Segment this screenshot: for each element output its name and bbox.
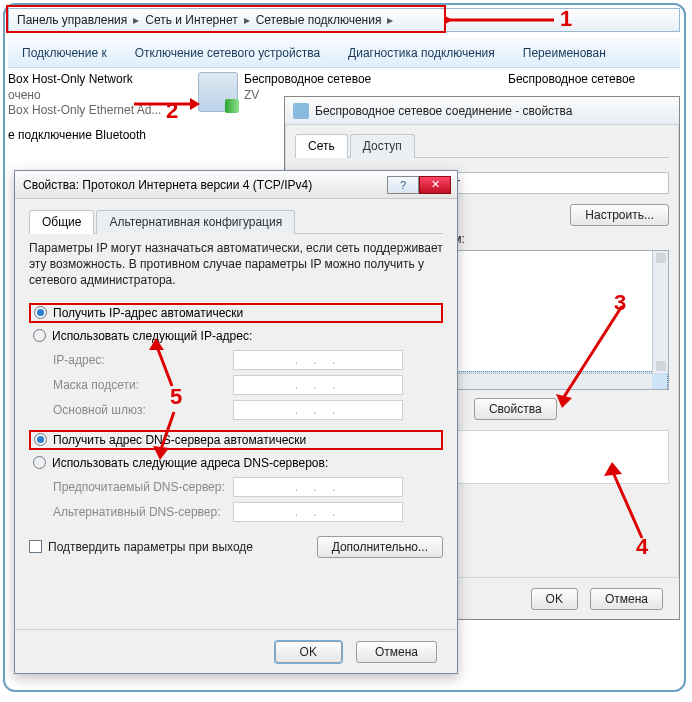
network-item-bluetooth[interactable]: е подключение Bluetooth: [8, 128, 146, 144]
info-text: Параметры IP могут назначаться автоматич…: [29, 240, 443, 289]
dialog-title: Свойства: Протокол Интернета версии 4 (T…: [23, 178, 312, 192]
radio-label: Использовать следующие адреса DNS-сервер…: [52, 456, 328, 470]
toolbar-item[interactable]: Переименован: [509, 46, 620, 60]
ipv4-properties-dialog: Свойства: Протокол Интернета версии 4 (T…: [14, 170, 458, 674]
ok-button[interactable]: OK: [531, 588, 578, 610]
network-name: Беспроводное сетевое: [244, 72, 371, 88]
breadcrumb-item[interactable]: Сеть и Интернет: [141, 13, 241, 27]
radio-icon: [33, 456, 46, 469]
alternate-dns-field: . . .: [233, 502, 403, 522]
tab-strip: Сеть Доступ: [295, 133, 669, 158]
network-item[interactable]: Беспроводное сетевое: [508, 72, 635, 88]
toolbar: Подключение к Отключение сетевого устрой…: [8, 38, 680, 68]
close-button[interactable]: ✕: [419, 176, 451, 194]
breadcrumb-item[interactable]: Панель управления: [13, 13, 131, 27]
tab-access[interactable]: Доступ: [350, 134, 415, 158]
gateway-field: . . .: [233, 400, 403, 420]
radio-label: Получить адрес DNS-сервера автоматически: [53, 433, 306, 447]
chevron-right-icon: ▸: [131, 13, 141, 27]
dialog-titlebar[interactable]: Свойства: Протокол Интернета версии 4 (T…: [15, 171, 457, 199]
radio-label: Получить IP-адрес автоматически: [53, 306, 243, 320]
network-icon: [293, 103, 309, 119]
network-name: Беспроводное сетевое: [508, 72, 635, 88]
breadcrumb-bar: Панель управления ▸ Сеть и Интернет ▸ Се…: [8, 8, 680, 32]
gateway-label: Основной шлюз:: [53, 403, 233, 417]
cancel-button[interactable]: Отмена: [590, 588, 663, 610]
preferred-dns-label: Предпочитаемый DNS-сервер:: [53, 480, 233, 494]
network-adapter: Box Host-Only Ethernet Ad...: [8, 103, 161, 119]
alternate-dns-label: Альтернативный DNS-сервер:: [53, 505, 233, 519]
configure-button[interactable]: Настроить...: [570, 204, 669, 226]
subnet-mask-field: . . .: [233, 375, 403, 395]
radio-manual-dns[interactable]: Использовать следующие адреса DNS-сервер…: [29, 454, 443, 472]
radio-manual-ip[interactable]: Использовать следующий IP-адрес:: [29, 327, 443, 345]
toolbar-item[interactable]: Диагностика подключения: [334, 46, 509, 60]
annotation-number-2: 2: [166, 98, 178, 124]
annotation-number-4: 4: [636, 534, 648, 560]
scrollbar-vertical[interactable]: [652, 251, 668, 373]
tab-alt-config[interactable]: Альтернативная конфигурация: [96, 210, 295, 234]
network-icon: [198, 72, 238, 112]
radio-icon: [33, 329, 46, 342]
cancel-button[interactable]: Отмена: [356, 641, 437, 663]
validate-label: Подтвердить параметры при выходе: [48, 540, 253, 554]
radio-auto-ip[interactable]: Получить IP-адрес автоматически: [29, 303, 443, 323]
subnet-mask-label: Маска подсети:: [53, 378, 233, 392]
properties-button[interactable]: Свойства: [474, 398, 557, 420]
tab-network[interactable]: Сеть: [295, 134, 348, 158]
chevron-right-icon: ▸: [242, 13, 252, 27]
advanced-button[interactable]: Дополнительно...: [317, 536, 443, 558]
annotation-number-3: 3: [614, 290, 626, 316]
annotation-number-1: 1: [560, 6, 572, 32]
radio-icon: [34, 306, 47, 319]
network-name: Box Host-Only Network: [8, 72, 161, 88]
toolbar-item[interactable]: Подключение к: [8, 46, 121, 60]
network-status: очено: [8, 88, 161, 104]
radio-icon: [34, 433, 47, 446]
annotation-number-5: 5: [170, 384, 182, 410]
network-item[interactable]: Box Host-Only Network очено Box Host-Onl…: [8, 72, 161, 119]
dialog-titlebar[interactable]: Беспроводное сетевое соединение - свойст…: [285, 97, 679, 125]
tab-strip: Общие Альтернативная конфигурация: [29, 209, 443, 234]
ip-address-field: . . .: [233, 350, 403, 370]
toolbar-item[interactable]: Отключение сетевого устройства: [121, 46, 334, 60]
help-button[interactable]: ?: [387, 176, 419, 194]
chevron-right-icon: ▸: [385, 13, 395, 27]
tab-general[interactable]: Общие: [29, 210, 94, 234]
preferred-dns-field: . . .: [233, 477, 403, 497]
radio-label: Использовать следующий IP-адрес:: [52, 329, 252, 343]
ok-button[interactable]: OK: [275, 641, 342, 663]
breadcrumb-item[interactable]: Сетевые подключения: [252, 13, 386, 27]
ip-address-label: IP-адрес:: [53, 353, 233, 367]
network-name: е подключение Bluetooth: [8, 128, 146, 144]
dialog-title: Беспроводное сетевое соединение - свойст…: [315, 104, 573, 118]
radio-auto-dns[interactable]: Получить адрес DNS-сервера автоматически: [29, 430, 443, 450]
validate-checkbox[interactable]: [29, 540, 42, 553]
